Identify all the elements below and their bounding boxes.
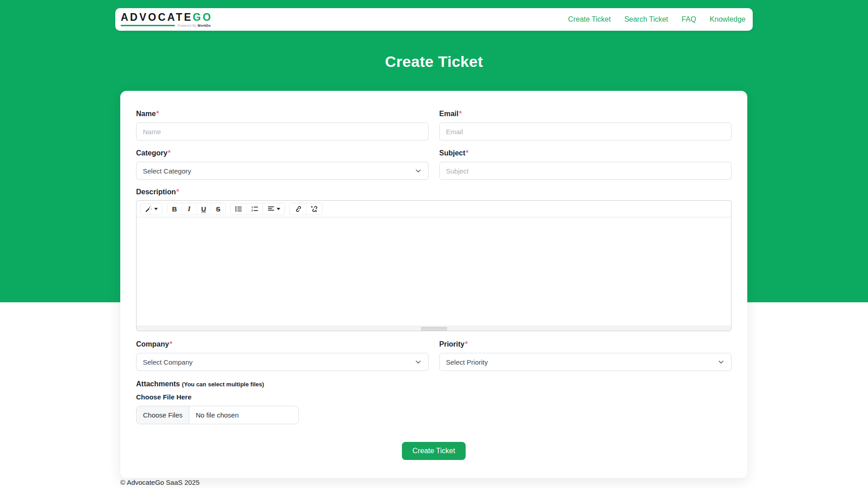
header: ADVOCATEGO Powered By WorkDo Create Tick…: [115, 8, 753, 31]
name-input[interactable]: [136, 122, 429, 141]
required-asterisk: *: [176, 188, 179, 196]
email-input[interactable]: [439, 122, 732, 141]
required-asterisk: *: [170, 340, 172, 348]
create-ticket-button[interactable]: Create Ticket: [402, 442, 465, 460]
unordered-list-icon: [235, 205, 242, 213]
attachments-hint: (You can select multiple files): [182, 381, 264, 388]
footer-copyright: © AdvocateGo SaaS 2025: [120, 479, 199, 486]
brand-logo[interactable]: ADVOCATEGO Powered By WorkDo: [121, 12, 212, 27]
unordered-list-button[interactable]: [231, 203, 246, 215]
insert-link-icon: [294, 205, 302, 213]
subject-field-group: Subject*: [439, 149, 732, 180]
create-ticket-form-card: Name* Email* Category* Select Category S…: [120, 91, 747, 478]
description-textarea[interactable]: [137, 217, 731, 326]
brand-name-primary: ADVOCATE: [121, 11, 193, 23]
attachments-section: Attachments (You can select multiple fil…: [136, 380, 731, 424]
page-title: Create Ticket: [0, 53, 868, 70]
unlink-icon: [310, 205, 318, 213]
company-select-value: Select Company: [143, 358, 193, 366]
toolbar-group-style: [140, 203, 162, 215]
priority-field-group: Priority* Select Priority: [439, 340, 732, 371]
ordered-list-button[interactable]: 1 2: [246, 203, 263, 215]
priority-label: Priority*: [439, 340, 732, 348]
description-editor: B I U S 1 2: [136, 200, 731, 331]
priority-select-value: Select Priority: [446, 358, 488, 366]
chevron-down-icon: [415, 358, 422, 366]
company-label: Company*: [136, 340, 429, 348]
magic-wand-style-button[interactable]: [141, 203, 162, 215]
brand-underline: [121, 25, 175, 26]
toolbar-group-link: [289, 203, 322, 215]
subject-label: Subject*: [439, 149, 732, 157]
row-category-subject: Category* Select Category Subject*: [136, 149, 731, 180]
unlink-button[interactable]: [306, 203, 322, 215]
choose-file-here-label: Choose File Here: [136, 393, 731, 401]
row-company-priority: Company* Select Company Priority* Select…: [136, 340, 731, 371]
toolbar-group-font: B I U S: [167, 203, 226, 215]
dropdown-caret-icon: [277, 208, 280, 210]
required-asterisk: *: [156, 110, 159, 117]
strikethrough-button[interactable]: S: [211, 203, 225, 215]
name-field-group: Name*: [136, 109, 429, 141]
required-asterisk: *: [459, 110, 462, 117]
email-field-group: Email*: [439, 109, 732, 141]
bold-button[interactable]: B: [167, 203, 182, 215]
attachments-label: Attachments (You can select multiple fil…: [136, 380, 731, 389]
magic-wand-icon: [145, 205, 152, 213]
file-input[interactable]: Choose Files No file chosen: [136, 406, 299, 424]
description-label: Description*: [136, 188, 731, 196]
italic-button[interactable]: I: [182, 203, 196, 215]
submit-row: Create Ticket: [136, 442, 731, 460]
category-field-group: Category* Select Category: [136, 149, 429, 180]
choose-files-button[interactable]: Choose Files: [137, 406, 189, 424]
email-label: Email*: [439, 109, 732, 118]
dropdown-caret-icon: [154, 208, 158, 210]
paragraph-align-icon: [267, 205, 275, 213]
company-select[interactable]: Select Company: [136, 353, 429, 371]
powered-by-text: Powered By WorkDo: [178, 24, 211, 27]
required-asterisk: *: [168, 149, 170, 157]
chevron-down-icon: [415, 167, 422, 174]
nav-faq[interactable]: FAQ: [682, 15, 696, 23]
brand-logo-text: ADVOCATEGO: [121, 12, 212, 23]
editor-resize-bar[interactable]: [137, 326, 731, 331]
main-nav: Create Ticket Search Ticket FAQ Knowledg…: [568, 15, 745, 23]
priority-select[interactable]: Select Priority: [439, 353, 732, 371]
nav-search-ticket[interactable]: Search Ticket: [624, 15, 668, 23]
svg-text:1: 1: [251, 205, 253, 208]
chevron-down-icon: [717, 358, 725, 366]
company-field-group: Company* Select Company: [136, 340, 429, 371]
nav-create-ticket[interactable]: Create Ticket: [568, 15, 611, 23]
underline-button[interactable]: U: [196, 203, 211, 215]
editor-toolbar: B I U S 1 2: [137, 201, 731, 217]
brand-name-accent: GO: [193, 11, 212, 23]
brand-logo-sub: Powered By WorkDo: [121, 24, 212, 27]
paragraph-align-button[interactable]: [263, 203, 284, 215]
svg-text:2: 2: [251, 209, 253, 212]
name-label: Name*: [136, 109, 429, 118]
resize-grip-icon: [421, 327, 447, 330]
ordered-list-icon: 1 2: [251, 205, 259, 213]
row-name-email: Name* Email*: [136, 109, 731, 141]
powered-by-brand: WorkDo: [198, 24, 211, 27]
category-select-value: Select Category: [143, 167, 191, 175]
category-label: Category*: [136, 149, 429, 157]
file-chosen-status: No file chosen: [189, 406, 239, 424]
required-asterisk: *: [466, 149, 468, 157]
category-select[interactable]: Select Category: [136, 162, 429, 180]
subject-input[interactable]: [439, 162, 732, 180]
insert-link-button[interactable]: [290, 203, 306, 215]
required-asterisk: *: [465, 340, 468, 348]
toolbar-group-para: 1 2: [230, 203, 285, 215]
nav-knowledge[interactable]: Knowledge: [710, 15, 745, 23]
